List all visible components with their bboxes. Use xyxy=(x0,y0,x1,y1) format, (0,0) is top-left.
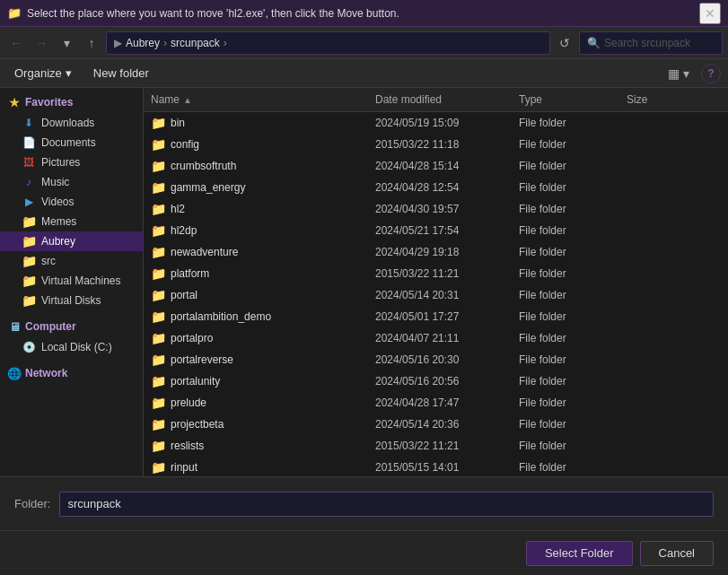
sidebar-item-music[interactable]: ♪ Music xyxy=(0,172,143,192)
refresh-button[interactable]: ↺ xyxy=(554,32,575,54)
path-sep-2: › xyxy=(224,37,227,49)
sidebar-section-computer[interactable]: 🖥 Computer xyxy=(0,316,143,337)
folder-icon: 📁 xyxy=(151,396,165,410)
new-folder-button[interactable]: New folder xyxy=(86,64,156,83)
table-row[interactable]: 📁 platform 2015/03/22 11:21 File folder xyxy=(144,263,728,284)
sidebar-item-local-disk[interactable]: 💿 Local Disk (C:) xyxy=(0,337,143,357)
folder-icon: 📁 xyxy=(151,460,165,475)
path-segment-srcunpack: srcunpack xyxy=(171,37,220,49)
sidebar-item-videos[interactable]: ▶ Videos xyxy=(0,192,143,212)
file-size xyxy=(619,144,691,145)
table-row[interactable]: 📁 projectbeta 2024/05/14 20:36 File fold… xyxy=(144,414,728,435)
col-header-type[interactable]: Type xyxy=(512,91,619,108)
forward-button[interactable]: → xyxy=(31,32,52,54)
table-row[interactable]: 📁 rinput 2015/05/15 14:01 File folder xyxy=(144,457,728,476)
star-icon: ★ xyxy=(7,95,22,109)
file-date: 2015/05/15 14:01 xyxy=(368,460,512,475)
file-type: File folder xyxy=(512,116,619,130)
file-type: File folder xyxy=(512,396,619,410)
file-size xyxy=(619,122,691,124)
file-date: 2024/05/21 17:54 xyxy=(368,223,512,238)
file-date: 2024/04/30 19:57 xyxy=(368,202,512,216)
file-size xyxy=(619,208,691,210)
column-headers: Name ▲ Date modified Type Size xyxy=(144,88,728,112)
col-name-label: Name xyxy=(151,93,180,106)
close-button[interactable]: ✕ xyxy=(699,3,721,24)
cancel-button[interactable]: Cancel xyxy=(640,541,714,566)
address-path[interactable]: ▶ Aubrey › srcunpack › xyxy=(106,31,550,55)
help-button[interactable]: ? xyxy=(701,64,721,83)
table-row[interactable]: 📁 config 2015/03/22 11:18 File folder xyxy=(144,134,728,155)
col-header-size[interactable]: Size xyxy=(619,91,691,108)
sidebar-item-virtual-disks[interactable]: 📁 Virtual Disks xyxy=(0,291,143,310)
col-header-name[interactable]: Name ▲ xyxy=(144,91,368,108)
table-row[interactable]: 📁 hl2 2024/04/30 19:57 File folder xyxy=(144,198,728,220)
sidebar-item-label: Memes xyxy=(41,215,76,228)
file-name: rinput xyxy=(171,461,197,474)
organize-button[interactable]: Organize ▾ xyxy=(7,64,79,83)
folder-icon: 📁 xyxy=(151,202,165,216)
sort-arrow-icon: ▲ xyxy=(183,95,192,105)
file-name: hl2dp xyxy=(171,224,197,237)
folder-icon: 📁 xyxy=(151,159,165,173)
sidebar-item-src[interactable]: 📁 src xyxy=(0,251,143,271)
folder-icon: 📁 xyxy=(151,137,165,152)
file-name: hl2 xyxy=(171,203,185,215)
organize-arrow-icon: ▾ xyxy=(66,66,72,80)
sidebar-item-label: src xyxy=(41,255,56,267)
file-name: bin xyxy=(171,117,185,129)
sidebar-item-memes[interactable]: 📁 Memes xyxy=(0,212,143,231)
file-type: File folder xyxy=(512,245,619,259)
back-button[interactable]: ← xyxy=(5,32,27,54)
file-list: 📁 bin 2024/05/19 15:09 File folder 📁 con… xyxy=(144,112,728,476)
bottom-bar: Folder: xyxy=(0,476,728,530)
table-row[interactable]: 📁 portalunity 2024/05/16 20:56 File fold… xyxy=(144,370,728,392)
table-row[interactable]: 📁 portalreverse 2024/05/16 20:30 File fo… xyxy=(144,349,728,370)
table-row[interactable]: 📁 hl2dp 2024/05/21 17:54 File folder xyxy=(144,220,728,241)
file-name: projectbeta xyxy=(171,418,224,431)
table-row[interactable]: 📁 portalpro 2024/04/07 21:11 File folder xyxy=(144,327,728,349)
table-row[interactable]: 📁 reslists 2015/03/22 11:21 File folder xyxy=(144,435,728,457)
search-icon: 🔍 xyxy=(587,37,601,49)
sidebar-item-label: Virtual Machines xyxy=(41,274,121,287)
video-icon: ▶ xyxy=(22,195,36,209)
table-row[interactable]: 📁 bin 2024/05/19 15:09 File folder xyxy=(144,112,728,134)
table-row[interactable]: 📁 gamma_energy 2024/04/28 12:54 File fol… xyxy=(144,177,728,198)
file-name: portalunity xyxy=(171,375,220,388)
folder-icon: 📁 xyxy=(22,254,36,268)
file-type: File folder xyxy=(512,137,619,152)
sidebar-item-pictures[interactable]: 🖼 Pictures xyxy=(0,152,143,172)
toolbar: Organize ▾ New folder ▦ ▾ ? xyxy=(0,59,728,88)
folder-input[interactable] xyxy=(59,492,714,517)
folder-icon: 📁 xyxy=(151,266,165,281)
search-placeholder: Search srcunpack xyxy=(604,37,690,49)
select-folder-button[interactable]: Select Folder xyxy=(526,541,633,566)
view-button[interactable]: ▦ ▾ xyxy=(663,64,694,83)
file-size xyxy=(619,251,691,253)
file-size xyxy=(619,294,691,296)
sidebar-item-downloads[interactable]: ⬇ Downloads xyxy=(0,113,143,133)
file-name: portalambition_demo xyxy=(171,310,271,323)
table-row[interactable]: 📁 portal 2024/05/14 20:31 File folder xyxy=(144,284,728,306)
table-row[interactable]: 📁 newadventure 2024/04/29 19:18 File fol… xyxy=(144,241,728,263)
up-button[interactable]: ↑ xyxy=(81,32,102,54)
dropdown-button[interactable]: ▾ xyxy=(56,32,77,54)
sidebar-item-virtual-machines[interactable]: 📁 Virtual Machines xyxy=(0,271,143,291)
table-row[interactable]: 📁 portalambition_demo 2024/05/01 17:27 F… xyxy=(144,306,728,327)
search-box[interactable]: 🔍 Search srcunpack xyxy=(579,31,723,55)
sidebar-item-documents[interactable]: 📄 Documents xyxy=(0,133,143,152)
file-date: 2024/04/28 12:54 xyxy=(368,180,512,195)
sidebar-section-network[interactable]: 🌐 Network xyxy=(0,362,143,384)
path-segment-aubrey: Aubrey xyxy=(126,37,160,49)
folder-icon: 📁 xyxy=(151,116,165,130)
sidebar-item-aubrey[interactable]: 📁 Aubrey xyxy=(0,231,143,251)
file-size xyxy=(619,466,691,468)
col-date-label: Date modified xyxy=(375,93,442,106)
file-date: 2015/03/22 11:18 xyxy=(368,137,512,152)
sidebar-section-favorites[interactable]: ★ Favorites xyxy=(0,91,143,113)
table-row[interactable]: 📁 prelude 2024/04/28 17:47 File folder xyxy=(144,392,728,414)
file-type: File folder xyxy=(512,439,619,453)
table-row[interactable]: 📁 crumbsoftruth 2024/04/28 15:14 File fo… xyxy=(144,155,728,177)
path-sep-1: › xyxy=(163,37,167,49)
col-header-date[interactable]: Date modified xyxy=(368,91,512,108)
